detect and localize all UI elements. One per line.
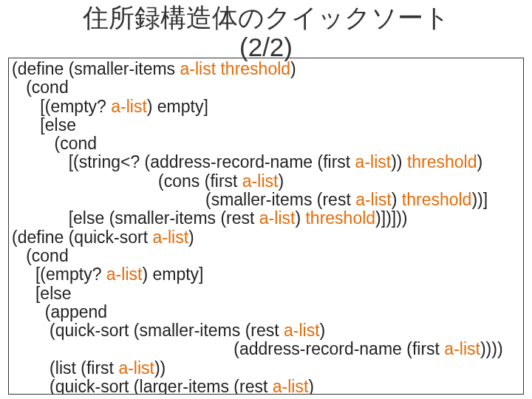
code-text: (append — [12, 302, 107, 321]
code-line: (append — [12, 303, 520, 321]
code-text: ) — [278, 171, 284, 191]
code-identifier: a-list — [118, 358, 154, 378]
code-text: (list (first — [12, 358, 118, 378]
code-text: ) empty] — [147, 97, 208, 116]
code-text: ) empty] — [142, 265, 203, 284]
code-text: [(empty? — [12, 97, 111, 116]
code-text: (cond — [12, 78, 69, 97]
code-text: ))] — [471, 190, 488, 209]
code-line: [(empty? a-list) empty] — [12, 265, 520, 284]
code-text: [else — [12, 115, 76, 134]
code-identifier: a-list — [180, 59, 216, 78]
code-text: (cond — [12, 134, 97, 153]
code-line: [(empty? a-list) empty] — [12, 98, 520, 116]
code-identifier: a-list — [152, 228, 188, 247]
code-identifier: a-list — [259, 208, 296, 228]
code-line: [else — [12, 284, 520, 303]
code-text: [(string<? (address-record-name (first — [12, 152, 355, 171]
code-line: (quick-sort (smaller-items (rest a-list) — [12, 321, 520, 340]
code-text: )) — [391, 152, 407, 171]
code-identifier: a-list — [106, 265, 143, 284]
code-line: (define (quick-sort a-list) — [12, 228, 520, 247]
code-text: )])])) — [375, 208, 407, 228]
code-text: (smaller-items (rest — [12, 190, 355, 209]
code-text: [(empty? — [12, 265, 106, 284]
slide: 住所録構造体のクイックソート (2/2) (define (smaller-it… — [0, 0, 532, 399]
code-identifier: a-list — [355, 152, 392, 171]
code-text: (cond — [12, 246, 69, 265]
code-identifier: a-list — [444, 339, 480, 358]
code-text: (define (smaller-items — [12, 59, 180, 78]
title-line-1: 住所録構造体のクイックソート — [83, 3, 450, 32]
code-text: (cons (first — [12, 171, 242, 191]
code-line: (cons (first a-list) — [12, 172, 520, 191]
code-box: (define (smaller-items a-list threshold)… — [8, 58, 524, 395]
code-line: (smaller-items (rest a-list) threshold))… — [12, 191, 520, 209]
code-identifier: a-list — [242, 171, 279, 191]
code-text: [else — [12, 284, 72, 303]
slide-title: 住所録構造体のクイックソート (2/2) — [0, 0, 532, 63]
code-line: [else — [12, 116, 520, 134]
code-text: ) — [392, 190, 402, 209]
code-line: (cond — [12, 134, 520, 153]
code-identifier: threshold — [407, 152, 477, 171]
code-text: [else (smaller-items (rest — [12, 208, 259, 228]
code-text: )))) — [480, 339, 503, 358]
code-text: ) — [308, 377, 314, 395]
code-identifier: threshold — [402, 190, 472, 209]
code-line: [else (smaller-items (rest a-list) thres… — [12, 209, 520, 228]
code-text: (define (quick-sort — [12, 228, 152, 247]
code-text: )) — [154, 358, 166, 378]
code-text: ) — [295, 208, 305, 228]
code-line: (cond — [12, 78, 520, 97]
code-text: ) — [290, 59, 296, 78]
code-text: ) — [188, 228, 194, 247]
code-identifier: a-list — [273, 377, 309, 395]
code-identifier: a-list — [355, 190, 392, 209]
code-text: (address-record-name (first — [12, 339, 444, 358]
code-line: (quick-sort (larger-items (rest a-list) — [12, 378, 520, 395]
code-identifier: a-list — [284, 321, 320, 340]
code-identifier: a-list — [111, 97, 147, 116]
code-identifier: threshold — [305, 208, 375, 228]
code-line: (define (smaller-items a-list threshold) — [12, 60, 520, 78]
code-line: (list (first a-list)) — [12, 359, 520, 378]
code-line: (address-record-name (first a-list)))) — [12, 340, 520, 358]
code-text: ) — [320, 321, 326, 340]
code-text: (quick-sort (smaller-items (rest — [12, 321, 284, 340]
code-text: ) — [477, 152, 483, 171]
code-line: (cond — [12, 247, 520, 265]
code-line: [(string<? (address-record-name (first a… — [12, 153, 520, 171]
code-text: (quick-sort (larger-items (rest — [12, 377, 273, 395]
code-identifier: threshold — [220, 59, 290, 78]
